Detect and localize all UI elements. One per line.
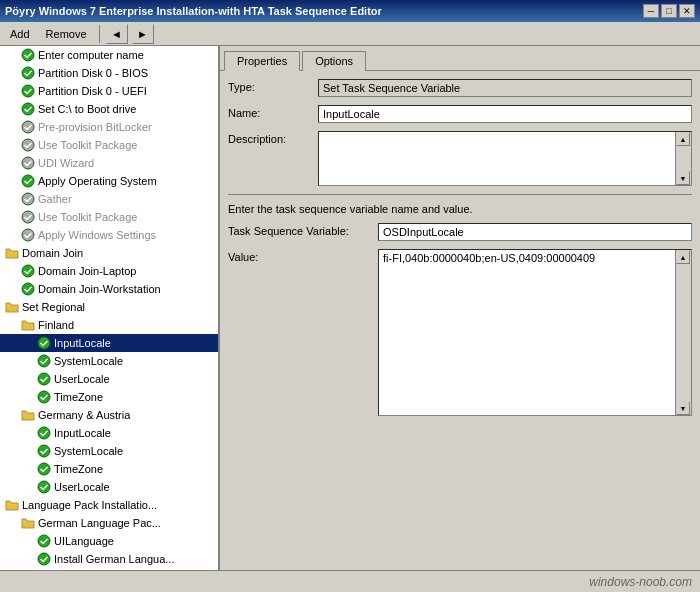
minimize-button[interactable]: ─	[643, 4, 659, 18]
value-textarea[interactable]	[379, 250, 675, 415]
tree-item-apply-windows[interactable]: Apply Windows Settings	[0, 226, 218, 244]
value-scrollbar[interactable]: ▲ ▼	[675, 250, 691, 415]
tree-item-domain-join-laptop[interactable]: Domain Join-Laptop	[0, 262, 218, 280]
tree-item-timezone-de[interactable]: TimeZone	[0, 460, 218, 478]
menu-remove[interactable]: Remove	[40, 26, 93, 42]
desc-scroll-down[interactable]: ▼	[676, 171, 690, 185]
tree-item-label-userlocale-de: UserLocale	[54, 479, 110, 495]
tree-item-label-apply-os: Apply Operating System	[38, 173, 157, 189]
description-label: Description:	[228, 131, 318, 145]
task-var-label: Task Sequence Variable:	[228, 223, 378, 237]
description-textarea[interactable]	[319, 132, 675, 185]
tree-item-install-german[interactable]: Install German Langua...	[0, 550, 218, 568]
tree-item-configure[interactable]: Configure	[0, 568, 218, 570]
tree-panel[interactable]: Enter computer namePartition Disk 0 - BI…	[0, 46, 220, 570]
tree-item-germany-austria[interactable]: Germany & Austria	[0, 406, 218, 424]
main-container: Enter computer namePartition Disk 0 - BI…	[0, 46, 700, 570]
svg-point-0	[22, 49, 34, 61]
tree-item-userlocale[interactable]: UserLocale	[0, 370, 218, 388]
tree-item-domain-join-workstation[interactable]: Domain Join-Workstation	[0, 280, 218, 298]
svg-point-16	[38, 391, 50, 403]
check-icon	[36, 389, 52, 405]
tree-item-enter-computer[interactable]: Enter computer name	[0, 46, 218, 64]
properties-panel: Type: Name: Description:	[220, 71, 700, 570]
tree-item-set-c-boot[interactable]: Set C:\ to Boot drive	[0, 100, 218, 118]
svg-point-3	[22, 103, 34, 115]
tree-item-partition-uefi[interactable]: Partition Disk 0 - UEFI	[0, 82, 218, 100]
tree-item-udi-wizard[interactable]: UDI Wizard	[0, 154, 218, 172]
tree-item-label-inputlocale: InputLocale	[54, 335, 111, 351]
tree-item-label-gather: Gather	[38, 191, 72, 207]
tree-item-inputlocale-de[interactable]: InputLocale	[0, 424, 218, 442]
tree-item-label-timezone-de: TimeZone	[54, 461, 103, 477]
tree-item-partition-bios[interactable]: Partition Disk 0 - BIOS	[0, 64, 218, 82]
separator	[228, 194, 692, 195]
tree-item-label-domain-join-laptop: Domain Join-Laptop	[38, 263, 136, 279]
type-row: Type:	[228, 79, 692, 97]
description-scrollbar[interactable]: ▲ ▼	[675, 132, 691, 185]
tree-item-lang-pack[interactable]: Language Pack Installatio...	[0, 496, 218, 514]
tree-item-finland[interactable]: Finland	[0, 316, 218, 334]
close-button[interactable]: ✕	[679, 4, 695, 18]
svg-point-18	[38, 445, 50, 457]
menu-add[interactable]: Add	[4, 26, 36, 42]
type-input[interactable]	[319, 80, 691, 96]
task-var-input[interactable]	[379, 224, 691, 240]
tree-item-inputlocale[interactable]: InputLocale	[0, 334, 218, 352]
check-icon	[20, 119, 36, 135]
tree-item-apply-os[interactable]: Apply Operating System	[0, 172, 218, 190]
tree-item-ui-language[interactable]: UILanguage	[0, 532, 218, 550]
tree-item-gather[interactable]: Gather	[0, 190, 218, 208]
title-bar-buttons: ─ □ ✕	[643, 4, 695, 18]
desc-scroll-up[interactable]: ▲	[676, 132, 690, 146]
svg-point-9	[22, 211, 34, 223]
svg-point-13	[38, 337, 50, 349]
right-panel: Properties Options Type: Name:	[220, 46, 700, 570]
watermark-bar: windows-noob.com	[0, 570, 700, 592]
toolbar-btn-2[interactable]: ►	[132, 24, 154, 44]
tree-item-label-pre-provision: Pre-provision BitLocker	[38, 119, 152, 135]
maximize-button[interactable]: □	[661, 4, 677, 18]
tab-properties[interactable]: Properties	[224, 51, 300, 71]
check-icon	[20, 173, 36, 189]
tree-item-label-enter-computer: Enter computer name	[38, 47, 144, 63]
svg-point-1	[22, 67, 34, 79]
tree-item-label-timezone-fi: TimeZone	[54, 389, 103, 405]
tree-item-systemlocale-de[interactable]: SystemLocale	[0, 442, 218, 460]
value-scroll-up[interactable]: ▲	[676, 250, 690, 264]
tree-item-timezone-fi[interactable]: TimeZone	[0, 388, 218, 406]
svg-point-7	[22, 175, 34, 187]
name-input[interactable]	[319, 106, 691, 122]
svg-point-17	[38, 427, 50, 439]
tree-item-set-regional[interactable]: Set Regional	[0, 298, 218, 316]
tree-item-userlocale-de[interactable]: UserLocale	[0, 478, 218, 496]
description-row: Description: ▲ ▼	[228, 131, 692, 186]
tree-item-label-domain-join-workstation: Domain Join-Workstation	[38, 281, 161, 297]
name-input-wrapper	[318, 105, 692, 123]
folder-icon	[20, 317, 36, 333]
tree-item-label-set-c-boot: Set C:\ to Boot drive	[38, 101, 136, 117]
svg-point-8	[22, 193, 34, 205]
title-bar-text: Pöyry Windows 7 Enterprise Installation-…	[5, 5, 382, 17]
tree-item-label-systemlocale-de: SystemLocale	[54, 443, 123, 459]
folder-icon	[20, 407, 36, 423]
value-scroll-down[interactable]: ▼	[676, 401, 690, 415]
menu-bar: Add Remove ◄ ►	[0, 22, 700, 46]
tree-item-domain-join[interactable]: Domain Join	[0, 244, 218, 262]
toolbar-btn-1[interactable]: ◄	[106, 24, 128, 44]
tree-item-systemlocale[interactable]: SystemLocale	[0, 352, 218, 370]
tree-item-german-lang-pack[interactable]: German Language Pac...	[0, 514, 218, 532]
folder-icon	[20, 515, 36, 531]
tree-item-use-toolkit-2[interactable]: Use Toolkit Package	[0, 208, 218, 226]
tree-item-label-lang-pack: Language Pack Installatio...	[22, 497, 157, 513]
check-icon	[20, 209, 36, 225]
tab-options[interactable]: Options	[302, 51, 366, 71]
value-box: ▲ ▼	[378, 249, 692, 416]
tree-item-pre-provision[interactable]: Pre-provision BitLocker	[0, 118, 218, 136]
description-box: ▲ ▼	[318, 131, 692, 186]
tree-item-use-toolkit-1[interactable]: Use Toolkit Package	[0, 136, 218, 154]
folder-icon	[4, 299, 20, 315]
svg-point-20	[38, 481, 50, 493]
check-icon	[36, 443, 52, 459]
check-icon	[20, 155, 36, 171]
